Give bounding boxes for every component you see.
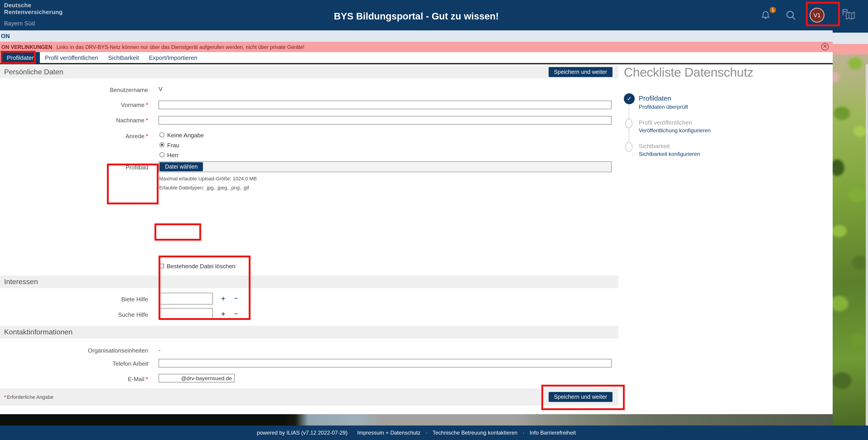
section-interessen-title: Interessen (4, 275, 38, 288)
telefon-arbeit-input[interactable] (159, 359, 612, 368)
radio-herr[interactable] (159, 152, 164, 157)
biete-hilfe-input[interactable] (159, 293, 213, 304)
biete-hilfe-label: Biete Hilfe (0, 296, 148, 303)
breadcrumb-text: ON (1, 33, 10, 39)
step-3-circle-icon (625, 142, 632, 152)
benutzername-label: Benutzername (0, 87, 148, 93)
step-connector (629, 105, 629, 118)
app-root: Deutsche Rentenversicherung Bayern Süd B… (0, 0, 868, 440)
delete-file-checkbox[interactable] (159, 264, 164, 268)
step-2-circle-icon (625, 119, 632, 128)
remove-suche-icon[interactable]: − (234, 310, 238, 317)
upload-size-hint: Maximal erlaubte Upload-Größe: 1024.0 MB (159, 176, 257, 181)
banner-close-icon[interactable]: ✕ (822, 43, 829, 50)
organisationseinheiten-value: - (159, 347, 161, 353)
banner-message: Links in das DRV-BYS-Netz können nur übe… (56, 44, 304, 50)
section-interessen-band: Interessen (0, 275, 618, 288)
radio-frau-label: Frau (167, 142, 179, 149)
suche-hilfe-label: Suche Hilfe (0, 311, 148, 318)
save-and-continue-button-top[interactable]: Speichern und weiter (548, 67, 613, 77)
checklist-step-3-title: Sichtbarkeit (639, 143, 670, 150)
right-background-column (833, 0, 868, 426)
tab-sichtbarkeit[interactable]: Sichtbarkeit (103, 52, 144, 63)
main-content: Persönliche Daten Speichern und weiter C… (0, 64, 833, 414)
radio-keine-angabe-label: Keine Angabe (167, 132, 204, 139)
bottom-background-photo (0, 414, 833, 426)
add-biete-icon[interactable]: + (221, 295, 225, 303)
email-label: E-Mail* (0, 376, 148, 382)
footer-bar: powered by ILIAS (v7.12 2022-07-29) Impr… (0, 426, 868, 440)
checklist-step-3-link[interactable]: Sichtbarkeit konfigurieren (639, 151, 700, 157)
nachname-input[interactable] (159, 116, 612, 125)
add-suche-icon[interactable]: + (221, 310, 225, 318)
step-connector (629, 129, 629, 141)
search-icon[interactable] (784, 8, 798, 22)
section-kontakt-band: Kontaktinformationen (0, 326, 618, 339)
tab-bar: Profildaten Profil veröffentlichen Sicht… (0, 52, 833, 63)
background-photo (833, 54, 868, 426)
section-personal-title: Persönliche Daten (4, 66, 63, 79)
anrede-label: Anrede* (0, 133, 148, 140)
footer-separator: · (426, 430, 428, 436)
organisationseinheiten-label: Organisationseinheiten (0, 347, 148, 354)
step-done-icon: ✓ (624, 93, 635, 104)
tab-profil-veroeffentlichen[interactable]: Profil veröffentlichen (40, 52, 103, 63)
radio-herr-label: Herr (167, 152, 179, 158)
right-gray-block (833, 33, 868, 44)
checklist-step-1-title: Profildaten (639, 94, 671, 102)
checklist-title: Checkliste Datenschutz (624, 65, 753, 80)
save-and-continue-button-bottom[interactable]: Speichern und weiter (548, 392, 613, 402)
notification-badge: 1 (770, 6, 776, 13)
checklist-step-2-link[interactable]: Veröffentlichung konfigurieren (639, 127, 711, 134)
section-kontakt-title: Kontaktinformationen (4, 326, 72, 339)
tab-export-importieren[interactable]: Export/Importieren (144, 52, 202, 63)
suche-hilfe-input[interactable] (159, 308, 213, 320)
vorname-label: Vorname* (0, 101, 148, 108)
tab-divider (0, 63, 833, 64)
scrollbar[interactable] (866, 64, 868, 426)
top-header-bar: Deutsche Rentenversicherung Bayern Süd B… (0, 0, 868, 30)
required-note: *Erforderliche Angabe (4, 394, 54, 400)
radio-frau[interactable] (159, 142, 164, 147)
page-title: BYS Bildungsportal - Gut zu wissen! (0, 0, 833, 30)
checklist-step-1-link[interactable]: Profildaten überprüft (639, 104, 688, 110)
notifications-bell-icon[interactable]: 1 (759, 8, 772, 22)
organisation-flag-icon[interactable] (842, 8, 855, 21)
footer-link-impressum[interactable]: Impressum + Datenschutz (357, 430, 421, 436)
choose-file-button[interactable]: Datei wählen (159, 162, 203, 171)
benutzername-value: V (159, 86, 162, 92)
delete-file-checkbox-label: Bestehende Datei löschen (167, 263, 236, 270)
file-input-bar[interactable] (159, 161, 612, 172)
radio-keine-angabe[interactable] (159, 132, 164, 137)
breadcrumb-row: ON (0, 30, 833, 42)
right-banner-block (833, 44, 868, 54)
profilbild-label: Profilbild (0, 164, 148, 171)
form-footer-band: *Erforderliche Angabe Speichern und weit… (0, 388, 618, 406)
email-input[interactable] (159, 374, 235, 382)
remove-biete-icon[interactable]: − (234, 295, 238, 302)
nachname-label: Nachname* (0, 117, 148, 124)
warning-banner: ON VERLINKUNGEN Links in das DRV-BYS-Net… (0, 42, 833, 52)
tab-profildaten[interactable]: Profildaten (2, 52, 40, 63)
upload-types-hint: Erlaubte Dateitypen: .jpg, .jpeg, .png, … (159, 185, 249, 190)
user-avatar[interactable]: V1 (810, 8, 825, 23)
footer-link-betreuung[interactable]: Technische Betreuung kontaktieren (433, 430, 518, 436)
magnifier-icon (785, 9, 797, 21)
checklist-step-2-title: Profil veröffentlichen (639, 119, 692, 126)
telefon-arbeit-label: Telefon Arbeit (0, 360, 148, 367)
footer-separator: · (523, 430, 524, 436)
footer-link-barrierefreiheit[interactable]: Info Barrierefreiheit (530, 430, 576, 436)
vorname-input[interactable] (159, 100, 612, 109)
bell-icon (760, 10, 771, 21)
footer-powered: powered by ILIAS (v7.12 2022-07-29) (257, 430, 347, 436)
section-personal-band: Persönliche Daten Speichern und weiter (0, 66, 618, 79)
banner-label: ON VERLINKUNGEN (1, 44, 52, 50)
